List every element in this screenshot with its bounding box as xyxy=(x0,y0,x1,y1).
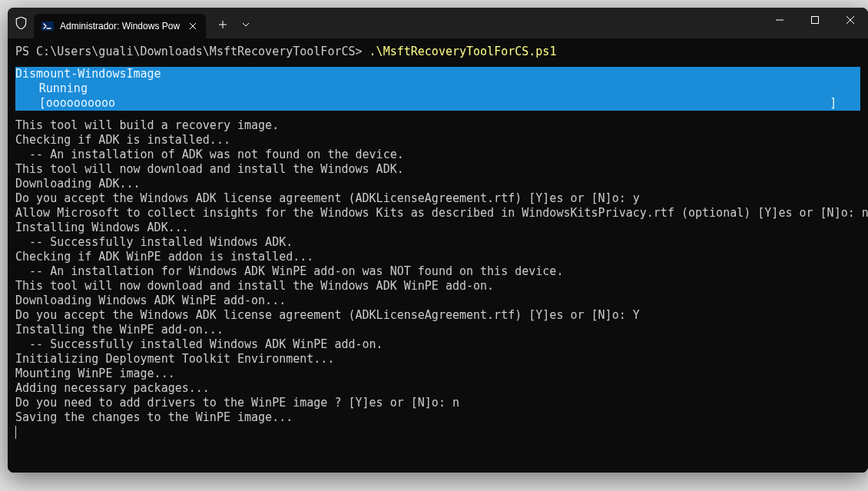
terminal-output[interactable]: PS C:\Users\guali\Downloads\MsftRecovery… xyxy=(8,38,868,473)
tab-dropdown-button[interactable] xyxy=(235,12,257,37)
new-tab-button[interactable] xyxy=(210,12,235,37)
shield-icon xyxy=(8,17,34,29)
prompt-prefix: PS C:\Users\guali\Downloads\MsftRecovery… xyxy=(15,45,369,58)
tab-title: Administrador: Windows Pow xyxy=(60,21,180,32)
powershell-icon xyxy=(41,20,54,32)
progress-bar: [oooooooooo] xyxy=(15,96,860,111)
progress-bracket-close: ] xyxy=(830,96,860,111)
progress-bracket-open: [ xyxy=(39,96,46,111)
tab-close-button[interactable] xyxy=(186,19,200,33)
tab-powershell[interactable]: Administrador: Windows Pow xyxy=(34,14,206,38)
maximize-button[interactable] xyxy=(797,8,833,32)
svg-rect-7 xyxy=(812,17,819,24)
progress-status: Running xyxy=(15,81,88,95)
progress-title: Dismount-WindowsImage xyxy=(15,67,161,81)
terminal-window: Administrador: Windows Pow xyxy=(8,8,868,473)
titlebar[interactable]: Administrador: Windows Pow xyxy=(8,8,868,38)
output-lines: This tool will build a recovery image. C… xyxy=(15,118,860,425)
close-button[interactable] xyxy=(833,8,868,32)
progress-fill: oooooooooo xyxy=(46,96,115,111)
prompt-command: .\MsftRecoveryToolForCS.ps1 xyxy=(369,45,557,58)
svg-rect-0 xyxy=(41,22,54,31)
minimize-button[interactable] xyxy=(762,8,797,32)
cursor xyxy=(15,426,16,439)
progress-spacer xyxy=(115,96,830,111)
window-controls xyxy=(762,8,868,38)
progress-block: Dismount-WindowsImage Running [ooooooooo… xyxy=(15,67,860,111)
titlebar-left: Administrador: Windows Pow xyxy=(8,8,257,38)
